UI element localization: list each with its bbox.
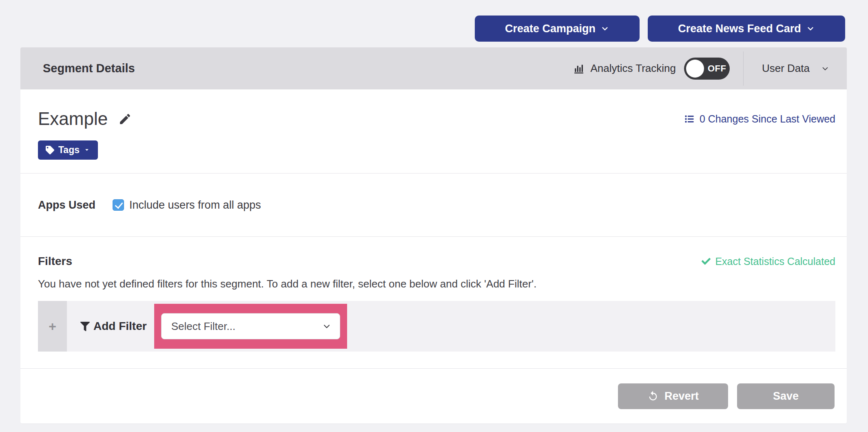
header-right: Analytics Tracking OFF User Data (573, 51, 835, 86)
chevron-down-icon (806, 24, 815, 33)
exact-statistics-status: Exact Statistics Calculated (702, 256, 835, 267)
user-data-dropdown[interactable]: User Data (757, 58, 835, 79)
create-campaign-label: Create Campaign (505, 22, 596, 35)
revert-button-label: Revert (664, 390, 699, 403)
filters-description: You have not yet defined filters for thi… (38, 278, 835, 290)
plus-icon: + (49, 320, 56, 333)
tag-icon (46, 146, 54, 154)
bar-chart-icon (573, 62, 585, 75)
save-button-label: Save (773, 390, 799, 403)
add-filter-row: + Add Filter Select Filter... (38, 301, 835, 352)
changes-since-last-viewed-link[interactable]: 0 Changes Since Last Viewed (684, 113, 835, 125)
add-filter-label: Add Filter (93, 320, 147, 333)
analytics-tracking-label: Analytics Tracking (590, 62, 676, 75)
include-all-apps-label: Include users from all apps (129, 199, 261, 212)
save-button[interactable]: Save (737, 383, 835, 409)
apps-used-section: Apps Used Include users from all apps (20, 174, 847, 237)
filters-section: Filters Exact Statistics Calculated You … (20, 237, 847, 369)
list-icon (684, 114, 695, 125)
page-title: Segment Details (43, 62, 135, 75)
card-header: Segment Details Analytics Tracking OFF (20, 47, 847, 89)
analytics-tracking-toggle[interactable]: OFF (684, 58, 730, 80)
apps-used-label: Apps Used (38, 199, 95, 212)
segment-name: Example (38, 108, 108, 130)
revert-button[interactable]: Revert (618, 383, 728, 409)
include-all-apps-checkbox[interactable] (113, 199, 124, 211)
add-filter-plus-button[interactable]: + (38, 301, 67, 352)
create-news-feed-card-label: Create News Feed Card (678, 22, 801, 35)
filters-heading: Filters (38, 255, 72, 268)
tags-button[interactable]: Tags (38, 140, 98, 160)
chevron-down-icon (821, 64, 830, 73)
edit-pencil-icon[interactable] (118, 112, 132, 126)
changes-link-label: 0 Changes Since Last Viewed (700, 113, 835, 125)
check-icon (702, 257, 711, 266)
filter-funnel-icon (80, 322, 90, 331)
segment-title-section: Example 0 Changes Since Last Viewed (20, 89, 847, 174)
caret-down-icon (84, 147, 90, 153)
exact-statistics-label: Exact Statistics Calculated (715, 256, 835, 267)
card-footer: Revert Save (20, 369, 847, 423)
create-news-feed-card-button[interactable]: Create News Feed Card (648, 16, 845, 42)
revert-icon (647, 390, 659, 402)
tags-button-label: Tags (58, 145, 80, 156)
user-data-label: User Data (762, 62, 810, 75)
chevron-down-icon (322, 321, 332, 331)
chevron-down-icon (600, 24, 609, 33)
page: Create Campaign Create News Feed Card Se… (0, 0, 868, 432)
filter-select-dropdown[interactable]: Select Filter... (161, 313, 340, 339)
create-campaign-button[interactable]: Create Campaign (475, 16, 640, 42)
header-divider (743, 51, 744, 86)
toggle-knob (686, 60, 704, 78)
analytics-tracking: Analytics Tracking (573, 62, 676, 75)
annotation-highlight-box: Select Filter... (154, 304, 347, 349)
toggle-state-label: OFF (708, 63, 726, 74)
segment-details-card: Segment Details Analytics Tracking OFF (20, 47, 847, 423)
add-filter-label-group: Add Filter (80, 320, 147, 333)
filter-select-placeholder: Select Filter... (171, 320, 236, 333)
